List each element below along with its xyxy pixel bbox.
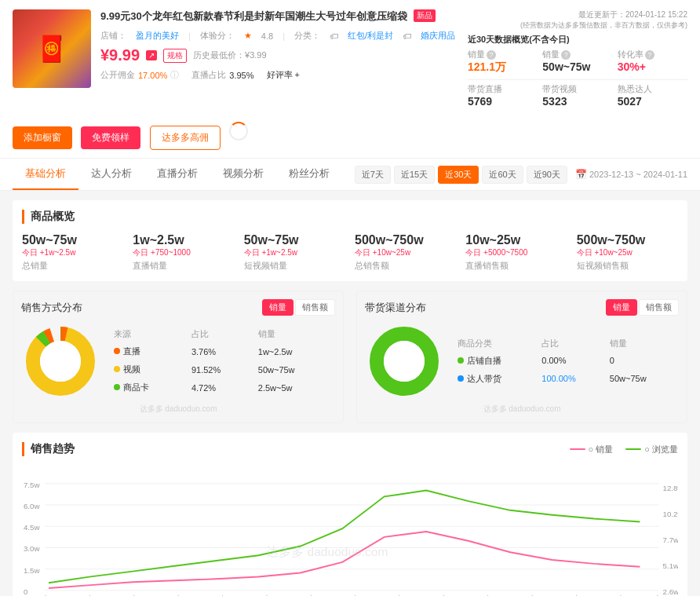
svg-text:12/13: 12/13	[35, 594, 54, 596]
svg-text:12.8w: 12.8w	[663, 484, 678, 492]
stats-row-bottom: 带货直播 5769 带货视频 5323 熟悉达人 5027	[468, 83, 687, 108]
stat-live: 带货直播 5769	[468, 83, 538, 108]
stats-row-top: 销量 ? 121.1万 销量 ? 50w~75w 转化率 ? 30%+	[468, 49, 687, 75]
tab-basic-analysis[interactable]: 基础分析	[13, 159, 78, 190]
channel-row-store: 店铺自播 0.00% 0	[454, 353, 677, 369]
date-60days[interactable]: 近60天	[482, 166, 523, 184]
price-spec: 规格	[163, 49, 187, 63]
loading-indicator	[229, 122, 248, 141]
stat-sales: 销量 ? 121.1万	[468, 49, 538, 75]
store-label: 店铺：	[100, 30, 126, 42]
channel-dist-content: 商品分类 占比 销量 店铺自播 0.00% 0	[365, 322, 679, 400]
svg-text:10.2w: 10.2w	[663, 510, 678, 518]
sales-dist-content: 来源 占比 销量 直播 3.76% 1w~2.5w	[21, 322, 335, 400]
good-rate-stat: 好评率 +	[267, 69, 300, 81]
channel-dist-toggle-amount[interactable]: 销售额	[639, 299, 679, 316]
channel-dist-toggle-sales[interactable]: 销量	[606, 299, 637, 316]
svg-text:01/06: 01/06	[567, 594, 585, 596]
svg-text:1.5w: 1.5w	[24, 566, 41, 575]
category-val: 红包/利是封	[348, 30, 393, 42]
tab-live-analysis[interactable]: 直播分析	[144, 159, 210, 190]
svg-text:12/29: 12/29	[389, 594, 408, 596]
influencer-value: 5027	[618, 95, 687, 108]
trend-header: 销售趋势 ○ 销量 ○ 浏览量	[22, 442, 678, 456]
sales-help-icon[interactable]: ?	[487, 50, 496, 60]
legend-views: ○ 浏览量	[625, 444, 678, 455]
volume-help-icon[interactable]: ?	[561, 50, 571, 60]
overview-total-sales: 50w~75w 今日 +1w~2.5w 总销量	[22, 233, 123, 272]
calendar-icon: 📅	[575, 169, 587, 180]
trend-legend: ○ 销量 ○ 浏览量	[570, 444, 678, 455]
conversion-help-icon[interactable]: ?	[645, 50, 654, 60]
legend-views-label: ○ 浏览量	[644, 444, 678, 455]
dist-row-live: 直播 3.76% 1w~2.5w	[111, 343, 334, 360]
svg-text:7.5w: 7.5w	[24, 481, 41, 489]
page: 9.99元30个龙年红包新款春节利是封新年国潮生大号过年创意压缩袋 新品 店铺：…	[0, 0, 700, 596]
tab-fans-analysis[interactable]: 粉丝分析	[276, 159, 342, 190]
volume-value: 50w~75w	[542, 60, 612, 73]
overview-video-sales: 50w~75w 今日 +1w~2.5w 短视频销量	[244, 233, 345, 272]
date-7days[interactable]: 近7天	[355, 166, 391, 184]
svg-text:12/23: 12/23	[257, 594, 275, 596]
svg-text:6.0w: 6.0w	[24, 502, 41, 510]
date-90days[interactable]: 近90天	[527, 166, 567, 184]
overview-grid: 50w~75w 今日 +1w~2.5w 总销量 1w~2.5w 今日 +750~…	[22, 233, 678, 272]
distribution-row: 销售方式分布 销量 销售额	[13, 291, 687, 423]
channel-dist-header: 带货渠道分布 销量 销售额	[365, 299, 679, 316]
trend-title: 销售趋势	[22, 442, 75, 456]
channel-dist-title: 带货渠道分布	[365, 301, 426, 315]
high-commission-button[interactable]: 达多多高佣	[150, 126, 221, 150]
main-tabs: 基础分析 达人分析 直播分析 视频分析 粉丝分析	[13, 159, 342, 190]
dist-row-video: 视频 91.52% 50w~75w	[111, 361, 334, 378]
score-label: 体验分：	[200, 30, 235, 42]
main-content: 商品概览 50w~75w 今日 +1w~2.5w 总销量 1w~2.5w 今日 …	[0, 191, 700, 596]
svg-text:01/02: 01/02	[478, 594, 497, 596]
legend-sales: ○ 销量	[570, 444, 614, 455]
svg-point-5	[384, 341, 425, 382]
stat-conversion: 转化率 ? 30%+	[618, 49, 687, 75]
svg-point-3	[40, 341, 81, 382]
svg-text:12/31: 12/31	[433, 594, 452, 596]
tabs-bar: 基础分析 达人分析 直播分析 视频分析 粉丝分析 近7天 近15天 近30天 近…	[0, 159, 700, 191]
sales-dist-header: 销售方式分布 销量 销售额	[21, 299, 335, 316]
subcategory-icon: 🏷	[403, 31, 411, 41]
price-trend: ↗	[146, 50, 157, 60]
video-value: 5323	[542, 95, 612, 108]
stat-volume: 销量 ? 50w~75w	[542, 49, 612, 75]
good-rate-val: 好评率 +	[267, 69, 300, 81]
tab-video-analysis[interactable]: 视频分析	[210, 159, 276, 190]
tab-influencer-analysis[interactable]: 达人分析	[78, 159, 144, 190]
svg-text:4.5w: 4.5w	[24, 523, 41, 532]
date-filters: 近7天 近15天 近30天 近60天 近90天 📅 2023-12-13 ~ 2…	[355, 166, 687, 184]
legend-sales-label: ○ 销量	[589, 444, 614, 455]
price-row: ¥9.99 ↗ 规格 历史最低价：¥3.99	[100, 46, 458, 64]
legend-views-line	[625, 448, 641, 450]
channel-dist-watermark: 达多多 daduoduo.com	[365, 404, 679, 415]
svg-text:3.0w: 3.0w	[24, 544, 41, 553]
date-15days[interactable]: 近15天	[394, 166, 435, 184]
chart-container: 0 1.5w 3.0w 4.5w 6.0w 7.5w 2.6w 5.1w 7.7…	[22, 463, 678, 596]
sales-dist-toggle-sales[interactable]: 销量	[262, 299, 293, 316]
free-sample-button[interactable]: 免费领样	[81, 126, 140, 149]
store-name[interactable]: 盈月的美好	[136, 30, 179, 42]
sales-dist-table: 来源 占比 销量 直播 3.76% 1w~2.5w	[109, 325, 335, 397]
live-ratio-stat: 直播占比 3.95%	[191, 69, 253, 81]
subcategory-val: 婚庆用品	[421, 30, 455, 42]
original-price: 历史最低价：¥3.99	[193, 49, 267, 61]
trend-chart: 0 1.5w 3.0w 4.5w 6.0w 7.5w 2.6w 5.1w 7.7…	[22, 463, 678, 596]
date-30days[interactable]: 近30天	[438, 166, 479, 184]
add-window-button[interactable]: 添加橱窗	[13, 126, 72, 149]
svg-text:12/27: 12/27	[345, 594, 364, 596]
overview-title: 商品概览	[22, 210, 678, 224]
svg-text:01/04: 01/04	[522, 594, 541, 596]
sales-dist-toggle-amount[interactable]: 销售额	[295, 299, 335, 316]
overview-section: 商品概览 50w~75w 今日 +1w~2.5w 总销量 1w~2.5w 今日 …	[13, 200, 687, 281]
sales-donut-chart	[21, 322, 100, 400]
action-buttons: 添加橱窗 免费领样 达多多高佣	[0, 119, 700, 159]
near30-label: 近30天数据概览(不含今日)	[468, 34, 687, 46]
stat-influencer: 熟悉达人 5027	[618, 83, 687, 108]
live-value: 5769	[468, 95, 538, 108]
channel-row-influencer: 达人带货 100.00% 50w~75w	[454, 371, 677, 387]
svg-text:7.7w: 7.7w	[663, 536, 678, 544]
product-image	[13, 9, 91, 88]
